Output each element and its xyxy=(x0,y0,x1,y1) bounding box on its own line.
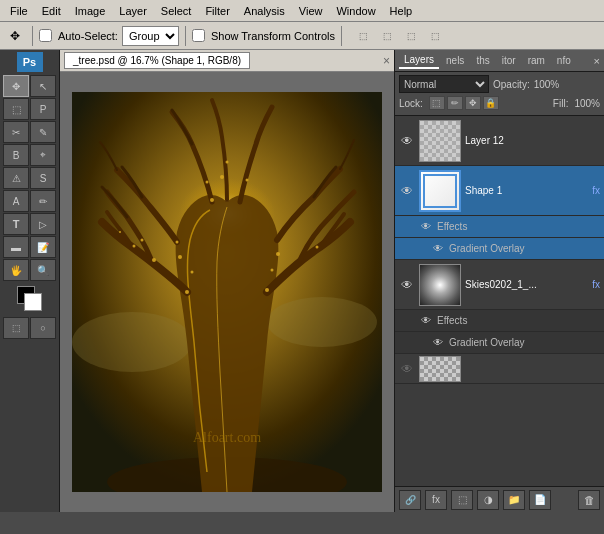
menu-layer[interactable]: Layer xyxy=(113,3,153,19)
layer-list: 👁 Layer 12 👁 Shape 1 fx 👁 Effects xyxy=(395,116,604,486)
canvas-area: _tree.psd @ 16.7% (Shape 1, RGB/8) × xyxy=(60,50,394,512)
svg-point-18 xyxy=(206,181,209,184)
lock-all-btn[interactable]: 🔒 xyxy=(483,96,499,110)
menu-edit[interactable]: Edit xyxy=(36,3,67,19)
layer-gradient-overlay-row-skies: 👁 Gradient Overlay xyxy=(395,332,604,354)
svg-point-12 xyxy=(141,239,144,242)
main-toolbar: ✥ Auto-Select: Group Layer Show Transfor… xyxy=(0,22,604,50)
tool-dodge[interactable]: A xyxy=(3,190,29,212)
canvas-content[interactable]: Alfoart.com xyxy=(60,72,394,512)
svg-point-17 xyxy=(210,198,214,202)
add-adjustment-btn[interactable]: ◑ xyxy=(477,490,499,510)
show-transform-checkbox[interactable] xyxy=(192,29,205,42)
align-btn-4[interactable]: ⬚ xyxy=(424,25,446,47)
svg-point-14 xyxy=(271,269,274,272)
opacity-value: 100% xyxy=(534,79,569,90)
screen-mode-btn[interactable]: ○ xyxy=(30,317,56,339)
menu-view[interactable]: View xyxy=(293,3,329,19)
tool-shape[interactable]: ▬ xyxy=(3,236,29,258)
create-layer-btn[interactable]: 📄 xyxy=(529,490,551,510)
svg-point-7 xyxy=(178,255,182,259)
show-transform-label: Show Transform Controls xyxy=(211,30,335,42)
move-tool-btn[interactable]: ✥ xyxy=(4,25,26,47)
tab-channels[interactable]: nels xyxy=(441,53,469,68)
svg-point-13 xyxy=(265,288,269,292)
foreground-background-colors[interactable] xyxy=(17,286,43,312)
tool-marquee[interactable]: P xyxy=(30,98,56,120)
auto-select-checkbox[interactable] xyxy=(39,29,52,42)
layer-visibility-eye-skies[interactable]: 👁 xyxy=(399,277,415,293)
tool-zoom[interactable]: 🔍 xyxy=(30,259,56,281)
tool-hand[interactable]: 🖐 xyxy=(3,259,29,281)
background-color[interactable] xyxy=(24,293,42,311)
tab-close-btn[interactable]: × xyxy=(383,54,390,68)
layer-controls: Normal Multiply Screen Overlay Opacity: … xyxy=(395,72,604,116)
tool-pen[interactable]: ✏ xyxy=(30,190,56,212)
delete-layer-btn[interactable]: 🗑 xyxy=(578,490,600,510)
effects-visibility-eye[interactable]: 👁 xyxy=(419,220,433,234)
layer-item-skies[interactable]: 👁 Skies0202_1_... fx xyxy=(395,260,604,310)
layer-name-shape1: Shape 1 xyxy=(465,185,586,196)
gradient-overlay-label: Gradient Overlay xyxy=(449,243,525,254)
align-btn-1[interactable]: ⬚ xyxy=(352,25,374,47)
tool-path[interactable]: ▷ xyxy=(30,213,56,235)
link-layers-btn[interactable]: 🔗 xyxy=(399,490,421,510)
move-icon: ✥ xyxy=(10,29,20,43)
effects-label: Effects xyxy=(437,221,467,232)
tab-info[interactable]: nfo xyxy=(552,53,576,68)
toolbar-separator xyxy=(32,26,33,46)
tool-move[interactable]: ✥ xyxy=(3,75,29,97)
tool-lasso[interactable]: ⬚ xyxy=(3,98,29,120)
document-canvas[interactable]: Alfoart.com xyxy=(72,92,382,492)
menu-select[interactable]: Select xyxy=(155,3,198,19)
tool-select[interactable]: ↖ xyxy=(30,75,56,97)
svg-text:Alfoart.com: Alfoart.com xyxy=(193,430,261,445)
menu-analysis[interactable]: Analysis xyxy=(238,3,291,19)
opacity-label: Opacity: xyxy=(493,79,530,90)
gradient-overlay-visibility-eye[interactable]: 👁 xyxy=(431,242,445,256)
tool-eyedropper[interactable]: ✎ xyxy=(30,121,56,143)
svg-point-19 xyxy=(220,175,224,179)
layer-visibility-eye-shape1[interactable]: 👁 xyxy=(399,183,415,199)
tab-history[interactable]: itor xyxy=(497,53,521,68)
layer-item-layer12[interactable]: 👁 Layer 12 xyxy=(395,116,604,166)
tool-eraser[interactable]: ⚠ xyxy=(3,167,29,189)
menu-window[interactable]: Window xyxy=(330,3,381,19)
lock-move-btn[interactable]: ✥ xyxy=(465,96,481,110)
layer-item-shape1[interactable]: 👁 Shape 1 fx xyxy=(395,166,604,216)
tab-layers[interactable]: Layers xyxy=(399,52,439,69)
add-mask-btn[interactable]: ⬚ xyxy=(451,490,473,510)
tool-smudge[interactable]: S xyxy=(30,167,56,189)
add-fx-btn[interactable]: fx xyxy=(425,490,447,510)
tool-crop[interactable]: ✂ xyxy=(3,121,29,143)
tool-notes[interactable]: 📝 xyxy=(30,236,56,258)
panel-close-btn[interactable]: × xyxy=(594,55,600,67)
menu-image[interactable]: Image xyxy=(69,3,112,19)
align-btn-3[interactable]: ⬚ xyxy=(400,25,422,47)
tool-type[interactable]: T xyxy=(3,213,29,235)
svg-point-8 xyxy=(176,241,179,244)
lock-transparent-btn[interactable]: ⬚ xyxy=(429,96,445,110)
align-btn-2[interactable]: ⬚ xyxy=(376,25,398,47)
tool-brush[interactable]: B xyxy=(3,144,29,166)
tab-paths[interactable]: ths xyxy=(471,53,494,68)
menu-filter[interactable]: Filter xyxy=(199,3,235,19)
menu-help[interactable]: Help xyxy=(384,3,419,19)
svg-point-20 xyxy=(226,161,229,164)
create-group-btn[interactable]: 📁 xyxy=(503,490,525,510)
layer-visibility-eye-bottom[interactable]: 👁 xyxy=(399,361,415,377)
tab-actions[interactable]: ram xyxy=(523,53,550,68)
auto-select-dropdown[interactable]: Group Layer xyxy=(122,26,179,46)
menu-file[interactable]: File xyxy=(4,3,34,19)
document-tab[interactable]: _tree.psd @ 16.7% (Shape 1, RGB/8) xyxy=(64,52,250,69)
blend-mode-select[interactable]: Normal Multiply Screen Overlay xyxy=(399,75,489,93)
layer-item-bottom[interactable]: 👁 xyxy=(395,354,604,384)
skies-effects-visibility-eye[interactable]: 👁 xyxy=(419,314,433,328)
layer-visibility-eye-layer12[interactable]: 👁 xyxy=(399,133,415,149)
skies-gradient-overlay-visibility-eye[interactable]: 👁 xyxy=(431,336,445,350)
lock-paint-btn[interactable]: ✏ xyxy=(447,96,463,110)
tool-clone[interactable]: ⌖ xyxy=(30,144,56,166)
svg-point-3 xyxy=(267,297,377,347)
layer-gradient-overlay-row-shape1: 👁 Gradient Overlay xyxy=(395,238,604,260)
quick-mask-btn[interactable]: ⬚ xyxy=(3,317,29,339)
